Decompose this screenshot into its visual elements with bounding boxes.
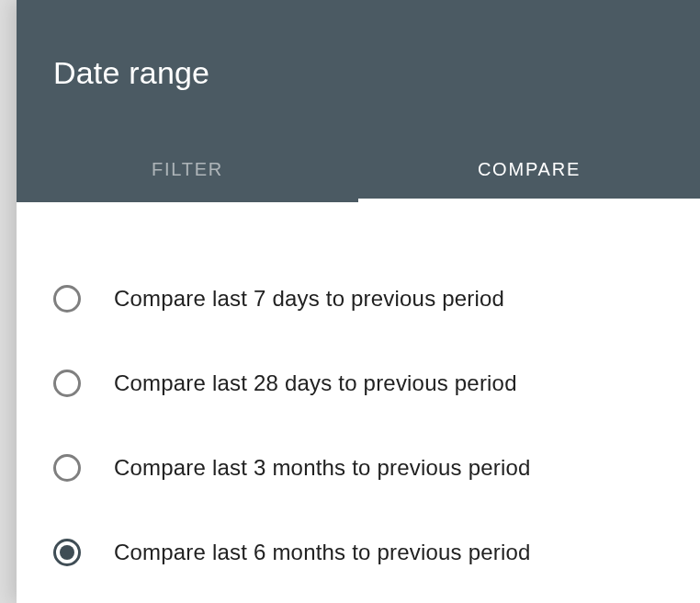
radio-icon xyxy=(53,539,81,566)
date-range-panel: Date range FILTER COMPARE Compare last 7… xyxy=(17,0,700,603)
option-label: Compare last 6 months to previous period xyxy=(114,540,531,565)
panel-header: Date range FILTER COMPARE xyxy=(17,0,700,202)
option-28-days[interactable]: Compare last 28 days to previous period xyxy=(53,351,663,415)
radio-icon xyxy=(53,454,81,482)
tab-compare[interactable]: COMPARE xyxy=(358,141,700,202)
panel-title: Date range xyxy=(17,55,700,141)
option-3-months[interactable]: Compare last 3 months to previous period xyxy=(53,436,663,500)
radio-icon xyxy=(53,285,81,313)
tab-bar: FILTER COMPARE xyxy=(17,141,700,202)
radio-icon xyxy=(53,370,81,397)
option-label: Compare last 28 days to previous period xyxy=(114,370,517,396)
tab-filter[interactable]: FILTER xyxy=(17,141,358,202)
option-label: Compare last 7 days to previous period xyxy=(114,286,504,312)
option-6-months[interactable]: Compare last 6 months to previous period xyxy=(53,520,663,585)
compare-options: Compare last 7 days to previous period C… xyxy=(17,202,700,603)
option-7-days[interactable]: Compare last 7 days to previous period xyxy=(53,267,663,331)
option-label: Compare last 3 months to previous period xyxy=(114,455,531,481)
background-overlay xyxy=(0,0,17,603)
